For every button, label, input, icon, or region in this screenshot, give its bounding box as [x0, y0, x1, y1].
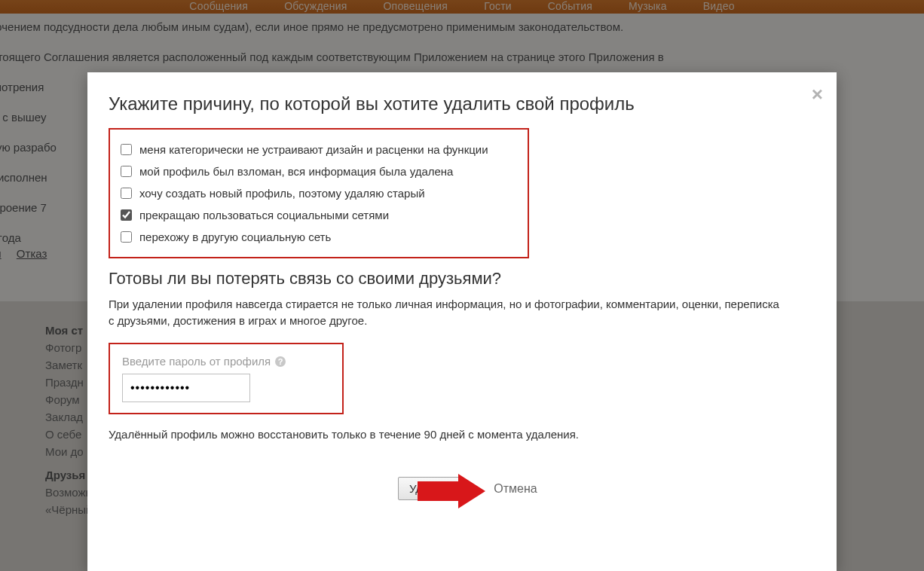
reason-label: перехожу в другую социальную сеть — [139, 231, 331, 243]
password-input[interactable] — [122, 374, 250, 402]
reason-option[interactable]: меня категорически не устраивают дизайн … — [121, 139, 517, 160]
close-icon[interactable]: × — [812, 84, 823, 104]
reason-label: прекращаю пользоваться социальными сетям… — [139, 209, 389, 221]
password-section: Введите пароль от профиля ? — [109, 343, 344, 414]
reason-checkbox[interactable] — [121, 166, 132, 177]
reason-checkbox[interactable] — [121, 209, 132, 221]
password-label: Введите пароль от профиля ? — [122, 355, 330, 368]
modal-title: Укажите причину, по которой вы хотите уд… — [109, 93, 818, 115]
modal-subtitle: Готовы ли вы потерять связь со своими др… — [109, 269, 818, 289]
reason-option[interactable]: прекращаю пользоваться социальными сетям… — [121, 204, 517, 226]
reason-checkbox[interactable] — [121, 188, 132, 199]
recover-note: Удалённый профиль можно восстановить тол… — [109, 428, 818, 441]
delete-profile-modal: × Укажите причину, по которой вы хотите … — [87, 72, 837, 571]
annotation-arrow-icon — [418, 474, 485, 508]
cancel-link[interactable]: Отмена — [494, 482, 537, 496]
reason-label: меня категорически не устраивают дизайн … — [139, 143, 488, 156]
reason-checkbox[interactable] — [121, 231, 132, 243]
reason-option[interactable]: хочу создать новый профиль, поэтому удал… — [121, 182, 517, 204]
reason-label: мой профиль был взломан, вся информация … — [139, 165, 453, 178]
warning-text: При удалении профиля навсегда стирается … — [109, 296, 787, 329]
reason-label: хочу создать новый профиль, поэтому удал… — [139, 187, 425, 200]
reason-option[interactable]: мой профиль был взломан, вся информация … — [121, 160, 517, 182]
help-icon[interactable]: ? — [275, 356, 286, 367]
reason-checkbox[interactable] — [121, 144, 132, 155]
reason-option[interactable]: перехожу в другую социальную сеть — [121, 226, 517, 248]
action-row: Удалить Отмена — [109, 477, 818, 500]
svg-marker-0 — [418, 474, 485, 508]
reason-list: меня категорически не устраивают дизайн … — [109, 128, 529, 258]
